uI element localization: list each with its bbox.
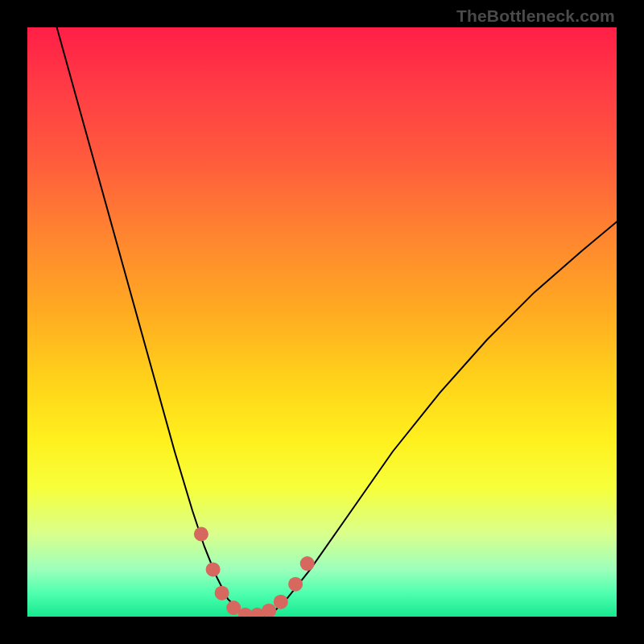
gradient-background	[27, 27, 617, 617]
watermark-text: TheBottleneck.com	[456, 6, 615, 26]
outer-frame: TheBottleneck.com	[0, 0, 644, 644]
plot-area	[27, 27, 617, 617]
